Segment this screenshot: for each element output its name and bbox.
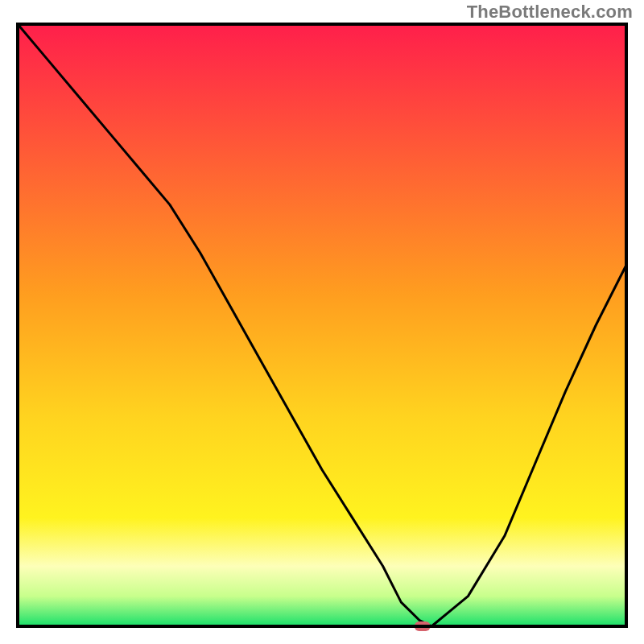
gradient-background bbox=[18, 24, 626, 626]
chart-container: TheBottleneck.com bbox=[0, 0, 644, 644]
watermark-label: TheBottleneck.com bbox=[467, 2, 633, 23]
bottleneck-chart bbox=[0, 0, 644, 644]
